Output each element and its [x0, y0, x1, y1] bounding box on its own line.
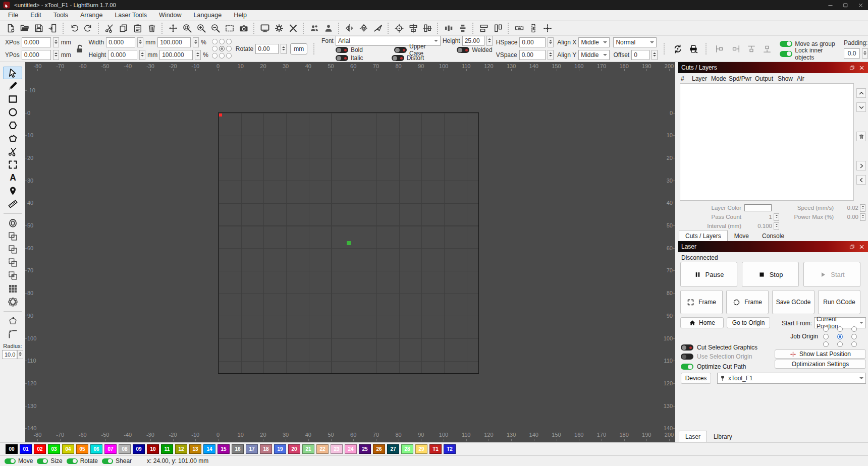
palette-swatch-06[interactable]: 06: [90, 444, 102, 454]
select-tool[interactable]: [3, 67, 22, 79]
palette-swatch-25[interactable]: 25: [359, 444, 371, 454]
palette-swatch-29[interactable]: 29: [415, 444, 427, 454]
tab-cuts-layers[interactable]: Cuts / Layers: [679, 230, 728, 241]
float-panel-icon[interactable]: [849, 65, 855, 71]
size-height-button[interactable]: [491, 21, 505, 35]
job-origin-radio-1[interactable]: [837, 326, 843, 332]
rotate-spinner[interactable]: [281, 44, 287, 54]
height-field[interactable]: 0.000: [108, 50, 137, 60]
palette-swatch-T2[interactable]: T2: [444, 444, 456, 454]
padding-field[interactable]: 0.0: [844, 48, 860, 59]
shape-start-tool[interactable]: [3, 315, 22, 327]
open-button[interactable]: [18, 21, 32, 35]
tab-console[interactable]: Console: [755, 230, 791, 241]
radius-spinner[interactable]: [17, 350, 23, 359]
palette-swatch-27[interactable]: 27: [387, 444, 399, 454]
tools-button[interactable]: [286, 21, 300, 35]
ellipse-tool[interactable]: [3, 106, 22, 119]
job-origin-radio-7[interactable]: [837, 341, 843, 347]
close-panel-icon[interactable]: [859, 244, 864, 250]
edit-nodes-tool[interactable]: [3, 132, 22, 145]
offset-spinner[interactable]: [652, 50, 658, 60]
pass-count-spinner[interactable]: [774, 213, 779, 221]
palette-swatch-08[interactable]: 08: [119, 444, 131, 454]
mirror-free-button[interactable]: [371, 21, 385, 35]
column-header-show[interactable]: Show: [778, 75, 797, 82]
column-header-output[interactable]: Output: [755, 75, 778, 82]
grid-array-tool[interactable]: [3, 282, 22, 295]
menu-laser-tools[interactable]: Laser Tools: [108, 10, 153, 20]
height-percent-field[interactable]: 100.000: [159, 50, 193, 60]
palette-swatch-14[interactable]: 14: [203, 444, 215, 454]
pass-count-value[interactable]: 1: [744, 214, 774, 220]
cut-button[interactable]: [102, 21, 117, 35]
anchor-point-7[interactable]: [219, 53, 225, 59]
palette-swatch-01[interactable]: 01: [20, 444, 32, 454]
job-origin-radio-0[interactable]: [823, 326, 829, 332]
column-header-spd-pwr[interactable]: Spd/Pwr: [729, 75, 755, 82]
copy-button[interactable]: [117, 21, 131, 35]
speed-spinner[interactable]: [860, 204, 865, 212]
go-to-origin-button[interactable]: Go to Origin: [727, 317, 770, 328]
anchor-point-4[interactable]: [219, 46, 225, 51]
group-users-button[interactable]: [307, 21, 321, 35]
home-button[interactable]: Home: [680, 317, 724, 328]
anchor-point-grid[interactable]: [212, 39, 232, 59]
lock-inner-objects-toggle[interactable]: Lock inner objects: [780, 50, 835, 57]
height-percent-spinner[interactable]: [195, 50, 201, 60]
interval-value[interactable]: 0.100: [744, 223, 774, 229]
palette-swatch-23[interactable]: 23: [331, 444, 343, 454]
import-button[interactable]: [46, 21, 60, 35]
job-origin-radio-2[interactable]: [851, 326, 857, 332]
anchor-point-6[interactable]: [212, 53, 218, 59]
use-selection-origin-toggle[interactable]: Use Selection Origin: [681, 353, 752, 360]
maximize-button[interactable]: [838, 0, 853, 10]
hspace-field[interactable]: 0.00: [519, 37, 546, 47]
layer-list[interactable]: [680, 83, 854, 201]
rotate-field[interactable]: 0.00: [255, 44, 279, 54]
layer-color-swatch[interactable]: [744, 204, 772, 211]
save-gcode-button[interactable]: Save GCode: [772, 290, 815, 314]
column-header-layer[interactable]: Layer: [692, 75, 711, 82]
dock-top-button[interactable]: [745, 42, 757, 55]
align-y-button[interactable]: [420, 21, 435, 35]
hspace-spinner[interactable]: [548, 37, 554, 47]
menu-edit[interactable]: Edit: [24, 10, 47, 20]
power-max-spinner[interactable]: [860, 213, 865, 221]
palette-swatch-13[interactable]: 13: [189, 444, 201, 454]
layer-delete-button[interactable]: [856, 132, 866, 141]
status-toggle-rotate[interactable]: Rotate: [67, 457, 98, 464]
rectangle-tool[interactable]: [3, 93, 22, 105]
job-origin-radio-8[interactable]: [851, 341, 857, 347]
boolean-subtract-tool[interactable]: [3, 243, 22, 256]
palette-swatch-03[interactable]: 03: [48, 444, 60, 454]
device-selector[interactable]: xTool_F1: [717, 373, 866, 384]
delete-button[interactable]: [145, 21, 159, 35]
menu-file[interactable]: File: [2, 10, 24, 20]
tab-library[interactable]: Library: [707, 431, 739, 442]
minimize-button[interactable]: [823, 0, 838, 10]
layer-next-button[interactable]: [856, 161, 866, 170]
preview-button[interactable]: [258, 21, 272, 35]
palette-swatch-15[interactable]: 15: [218, 444, 230, 454]
width-field[interactable]: 0.000: [106, 37, 135, 47]
anchor-point-2[interactable]: [226, 39, 232, 44]
speed-value[interactable]: 0.02: [837, 205, 860, 211]
anchor-point-1[interactable]: [219, 39, 225, 44]
offset-shapes-tool[interactable]: [3, 217, 22, 229]
lock-ratio-icon[interactable]: [75, 42, 85, 55]
palette-swatch-21[interactable]: 21: [302, 444, 314, 454]
welded-toggle[interactable]: Welded: [457, 46, 492, 54]
refresh-text-button[interactable]: [672, 42, 684, 55]
units-button[interactable]: mm: [290, 43, 307, 54]
status-toggle-shear[interactable]: Shear: [102, 457, 132, 464]
width-spinner[interactable]: [137, 37, 143, 47]
optimize-cut-path-toggle[interactable]: Optimize Cut Path: [681, 363, 746, 370]
anchor-point-0[interactable]: [212, 39, 218, 44]
workspace-canvas[interactable]: -80-70-60-50-40-30-20-100102030405060708…: [25, 62, 675, 442]
show-last-position-button[interactable]: Show Last Position: [775, 350, 866, 359]
bold-toggle[interactable]: Bold: [336, 46, 363, 54]
palette-swatch-26[interactable]: 26: [373, 444, 385, 454]
draw-lines-tool[interactable]: [3, 80, 22, 92]
palette-swatch-T1[interactable]: T1: [429, 444, 442, 454]
